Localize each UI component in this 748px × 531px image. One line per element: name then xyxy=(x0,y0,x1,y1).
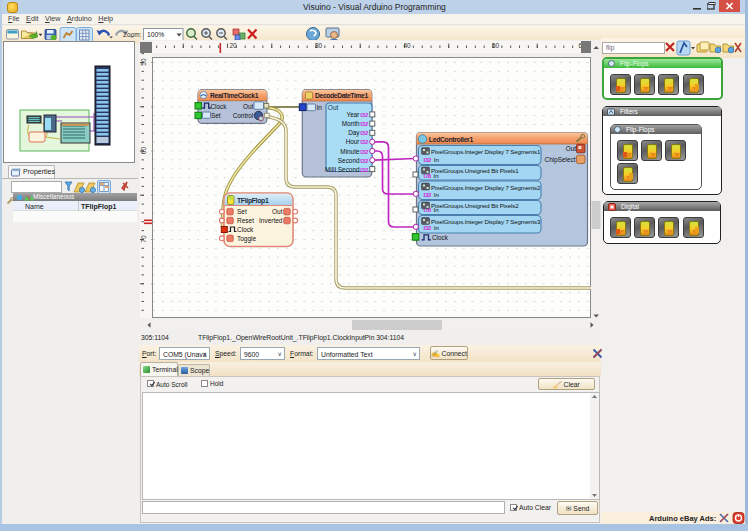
svg-text:PixelGroups.Unsigned Bit Pixel: PixelGroups.Unsigned Bit Pixels2 xyxy=(431,202,519,209)
svg-text:Zoom:: Zoom: xyxy=(123,31,142,38)
svg-text:50: 50 xyxy=(140,58,147,66)
svg-text:PixelGroups.Unsigned Bit Pixel: PixelGroups.Unsigned Bit Pixels1 xyxy=(431,167,519,174)
svg-text:30: 30 xyxy=(315,42,323,49)
svg-text:100%: 100% xyxy=(147,31,164,38)
svg-text:Clock: Clock xyxy=(237,226,254,233)
svg-text:Clock: Clock xyxy=(432,234,449,241)
svg-text:70: 70 xyxy=(140,235,147,243)
svg-text:LedController1: LedController1 xyxy=(429,136,474,143)
svg-text:Out: Out xyxy=(566,145,577,152)
svg-text:In: In xyxy=(434,172,439,179)
svg-text:20: 20 xyxy=(229,42,237,49)
svg-text:I32: I32 xyxy=(424,225,433,231)
svg-text:In: In xyxy=(434,156,439,163)
svg-text:Control: Control xyxy=(233,112,254,119)
svg-text:50: 50 xyxy=(492,42,500,49)
svg-text:40: 40 xyxy=(403,42,411,49)
svg-text:TFlipFlop1: TFlipFlop1 xyxy=(237,197,269,205)
svg-text:Milli Second: Milli Second xyxy=(325,166,360,173)
svg-text:Set: Set xyxy=(211,112,221,119)
svg-text:In: In xyxy=(434,206,439,213)
svg-text:Hour: Hour xyxy=(346,138,361,145)
svg-text:RealTimeClock1: RealTimeClock1 xyxy=(210,92,259,99)
svg-text:I32: I32 xyxy=(360,167,369,173)
svg-text:DecodeDateTime1: DecodeDateTime1 xyxy=(315,92,368,99)
svg-text:Out: Out xyxy=(272,208,283,215)
svg-text:Minute: Minute xyxy=(340,148,360,155)
svg-text:Month: Month xyxy=(342,120,360,127)
svg-text:60: 60 xyxy=(140,147,147,155)
svg-text:In: In xyxy=(317,104,323,111)
svg-text:I32: I32 xyxy=(360,139,369,145)
svg-text:Reset: Reset xyxy=(237,217,254,224)
svg-text:I32: I32 xyxy=(360,158,369,164)
svg-text:Out: Out xyxy=(243,103,254,110)
svg-text:Second: Second xyxy=(338,157,360,164)
svg-text:Toggle: Toggle xyxy=(237,235,257,243)
svg-text:Set: Set xyxy=(237,208,247,215)
svg-text:I32: I32 xyxy=(360,112,369,118)
svg-text:Out: Out xyxy=(328,104,339,111)
svg-text:ChipSelect: ChipSelect xyxy=(545,156,576,164)
svg-text:Inverted: Inverted xyxy=(259,217,283,224)
svg-text:I32: I32 xyxy=(424,192,433,198)
svg-text:Clock: Clock xyxy=(211,103,228,110)
svg-text:In: In xyxy=(434,191,439,198)
svg-text:PixelGroups.Integer Display 7: PixelGroups.Integer Display 7 Segments3 xyxy=(431,218,541,225)
svg-text:Year: Year xyxy=(347,111,361,118)
svg-text:I32: I32 xyxy=(424,157,433,163)
svg-text:I32: I32 xyxy=(360,121,369,127)
svg-text:PixelGroups.Integer Display 7: PixelGroups.Integer Display 7 Segments2 xyxy=(431,184,541,191)
svg-text:PixelGroups.Integer Display 7: PixelGroups.Integer Display 7 Segments1 xyxy=(431,148,541,155)
svg-text:Day: Day xyxy=(348,129,360,137)
svg-text:In: In xyxy=(434,224,439,231)
svg-text:I32: I32 xyxy=(360,149,369,155)
svg-text:I32: I32 xyxy=(360,130,369,136)
